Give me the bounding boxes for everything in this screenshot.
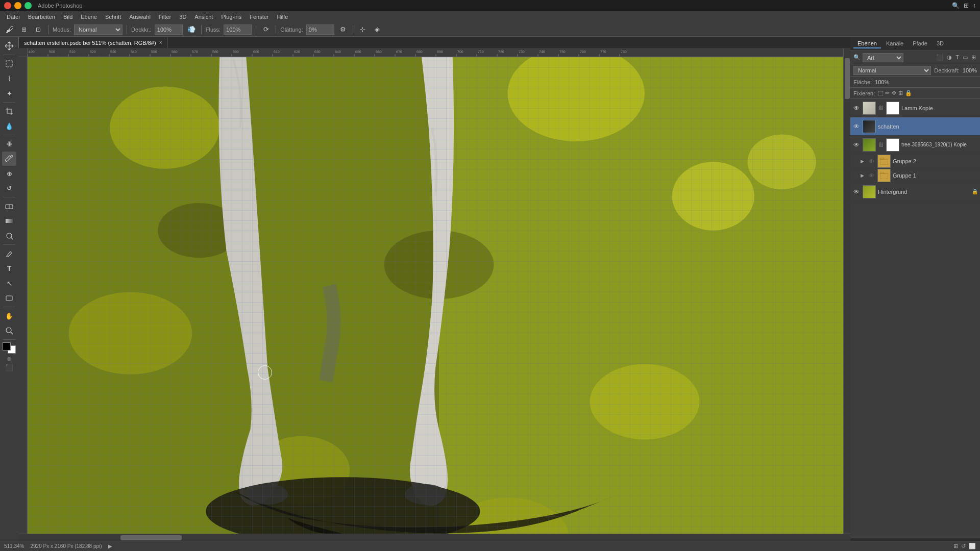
tab-kanaele[interactable]: Kanäle xyxy=(882,39,908,48)
svg-point-81 xyxy=(672,162,754,230)
path-select-tool[interactable]: ↖ xyxy=(2,276,16,290)
brush-tool[interactable] xyxy=(2,152,16,166)
shape-tool[interactable] xyxy=(2,291,16,305)
deckkraft-input[interactable] xyxy=(155,24,183,35)
layer-visibility-gruppe2[interactable]: 👁 xyxy=(867,157,875,165)
layer-visibility-hintergrund[interactable]: 👁 xyxy=(852,188,861,196)
screen-mode-icon[interactable]: ⬛ xyxy=(5,364,13,371)
filter-text-icon[interactable]: T xyxy=(954,54,960,61)
tab-ebenen[interactable]: Ebenen xyxy=(853,39,881,48)
h-scrollbar-thumb[interactable] xyxy=(120,535,182,540)
tab-3d[interactable]: 3D xyxy=(933,39,948,48)
menu-bearbeiten[interactable]: Bearbeiten xyxy=(24,13,59,21)
window-controls[interactable] xyxy=(4,2,32,9)
menu-bild[interactable]: Bild xyxy=(60,13,76,21)
canvas-area[interactable]: 490 500 510 520 530 540 550 560 570 580 … xyxy=(18,48,850,541)
v-scrollbar-thumb[interactable] xyxy=(845,58,850,99)
maximize-button[interactable] xyxy=(24,2,32,9)
layer-visibility-tree-kopie[interactable]: 👁 xyxy=(852,141,861,149)
menu-hilfe[interactable]: Hilfe xyxy=(273,13,291,21)
layer-name-schatten: schatten xyxy=(878,123,978,130)
foreground-color-swatch[interactable] xyxy=(3,342,11,350)
eraser-tool[interactable] xyxy=(2,199,16,213)
color-swatches[interactable] xyxy=(3,342,16,354)
quick-mask-icon[interactable]: ◎ xyxy=(7,356,11,361)
search-icon[interactable]: 🔍 xyxy=(952,2,960,9)
menu-auswahl[interactable]: Auswahl xyxy=(126,13,154,21)
history-brush-tool[interactable]: ↺ xyxy=(2,181,16,195)
marquee-tool[interactable] xyxy=(2,57,16,71)
gpu-icon[interactable]: ⊞ xyxy=(953,543,958,549)
status-info-icon[interactable]: ▶ xyxy=(108,543,112,549)
minimize-button[interactable] xyxy=(14,2,21,9)
airbrush-icon[interactable]: 💨 xyxy=(186,24,197,35)
filter-pixel-icon[interactable]: ⬛ xyxy=(935,54,944,61)
layer-row-gruppe1[interactable]: ▶ 👁 Gruppe 1 xyxy=(850,168,980,183)
opacity-value[interactable]: 100% xyxy=(963,67,977,73)
layer-row-lamm-kopie[interactable]: 👁 ⛓ Lamm Kopie xyxy=(850,99,980,117)
crop-tool[interactable] xyxy=(2,104,16,118)
svg-text:510: 510 xyxy=(69,50,76,54)
menu-ansicht[interactable]: Ansicht xyxy=(191,13,216,21)
menu-schrift[interactable]: Schrift xyxy=(102,13,125,21)
modus-select[interactable]: Normal Multiplizieren Abdunkeln xyxy=(74,24,122,35)
menu-datei[interactable]: Datei xyxy=(3,13,23,21)
zoom-tool[interactable] xyxy=(2,323,16,338)
fill-value[interactable]: 100% xyxy=(875,79,889,85)
filter-shape-icon[interactable]: ▭ xyxy=(962,54,969,61)
lock-all-icon[interactable]: 🔒 xyxy=(905,90,912,96)
sync-icon[interactable]: ↺ xyxy=(961,543,966,549)
doc-tab-close[interactable]: × xyxy=(159,40,162,45)
dodge-tool[interactable] xyxy=(2,229,16,243)
brush-angle-icon[interactable]: ⟳ xyxy=(260,24,272,35)
image-canvas[interactable] xyxy=(28,57,850,541)
filter-adjust-icon[interactable]: ◑ xyxy=(946,54,953,61)
eyedropper-tool[interactable]: 💧 xyxy=(2,119,16,133)
lock-transparent-icon[interactable]: ⬚ xyxy=(878,90,883,96)
magic-wand-tool[interactable]: ✦ xyxy=(2,86,16,101)
brush-settings-icon[interactable]: ⊞ xyxy=(18,24,30,35)
layer-row-hintergrund[interactable]: 👁 Hintergrund 🔒 xyxy=(850,183,980,201)
lock-artboard-icon[interactable]: ⊞ xyxy=(898,90,903,96)
menu-3d[interactable]: 3D xyxy=(176,13,190,21)
doc-tab[interactable]: schatten erstellen.psdc bei 511% (schatt… xyxy=(18,37,167,48)
layer-row-tree-kopie[interactable]: 👁 ⛓ tree-3095663_1920(1) Kopie xyxy=(850,136,980,154)
layer-row-gruppe2[interactable]: ▶ 👁 Gruppe 2 xyxy=(850,154,980,168)
smoothing-options-icon[interactable]: ⚙ xyxy=(337,24,349,35)
lasso-tool[interactable]: ⌇ xyxy=(2,71,16,86)
gradient-tool[interactable] xyxy=(2,214,16,228)
layer-row-schatten[interactable]: 👁 schatten xyxy=(850,117,980,136)
filter-type-select[interactable]: Art Name Effekt xyxy=(863,53,903,62)
layer-visibility-gruppe1[interactable]: 👁 xyxy=(867,171,875,180)
close-button[interactable] xyxy=(4,2,11,9)
layer-visibility-schatten[interactable]: 👁 xyxy=(852,122,861,131)
svg-line-6 xyxy=(11,237,13,239)
tab-pfade[interactable]: Pfade xyxy=(909,39,932,48)
filter-smartobj-icon[interactable]: ⊞ xyxy=(970,54,977,61)
h-scrollbar[interactable] xyxy=(18,534,850,541)
spot-heal-tool[interactable]: ✙ xyxy=(2,137,16,151)
clone-stamp-tool[interactable]: ⊕ xyxy=(2,166,16,181)
hand-tool[interactable]: ✋ xyxy=(2,309,16,323)
glaettung-input[interactable] xyxy=(306,24,334,35)
menu-filter[interactable]: Filter xyxy=(155,13,175,21)
brush-options-icon[interactable]: ⊡ xyxy=(33,24,44,35)
menu-ebene[interactable]: Ebene xyxy=(77,13,101,21)
symmetry-icon[interactable]: ⊹ xyxy=(357,24,369,35)
lock-paint-icon[interactable]: ✏ xyxy=(885,90,890,96)
brush-preset-icon[interactable]: 🖌 xyxy=(4,24,15,35)
menu-plugins[interactable]: Plug-ins xyxy=(217,13,245,21)
move-tool[interactable] xyxy=(2,39,16,53)
lock-move-icon[interactable]: ✥ xyxy=(892,90,896,96)
workspace-icon[interactable]: ⊞ xyxy=(964,2,969,9)
share-icon[interactable]: ↑ xyxy=(973,2,976,9)
layer-visibility-lamm-kopie[interactable]: 👁 xyxy=(852,104,861,112)
blend-mode-select[interactable]: Normal Multiplizieren Abdunkeln xyxy=(853,66,931,75)
text-tool[interactable]: T xyxy=(2,261,16,276)
fluss-input[interactable] xyxy=(224,24,252,35)
preview-icon[interactable]: ⬜ xyxy=(969,543,976,549)
v-scrollbar[interactable] xyxy=(843,48,850,534)
menu-fenster[interactable]: Fenster xyxy=(246,13,272,21)
pressure-icon[interactable]: ◈ xyxy=(372,24,383,35)
pen-tool[interactable] xyxy=(2,246,16,261)
